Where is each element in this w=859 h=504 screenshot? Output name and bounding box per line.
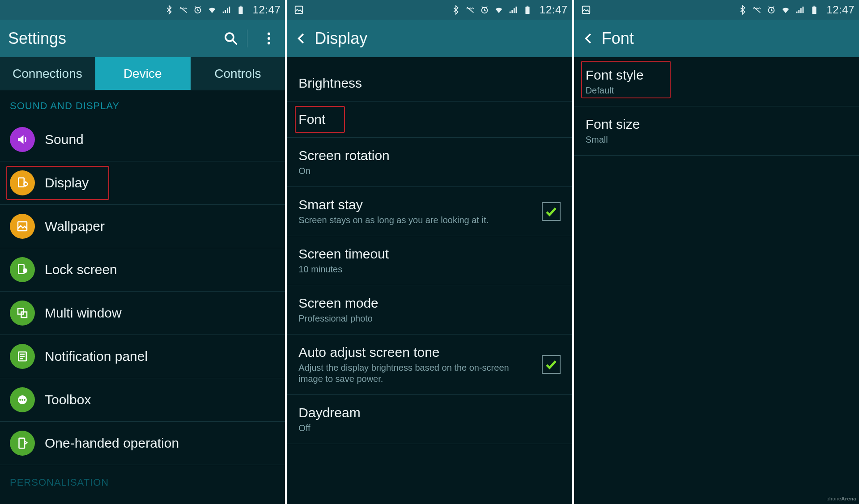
section-header: SOUND AND DISPLAY — [0, 90, 285, 118]
row-label: One-handed operation — [45, 435, 270, 451]
wifi-icon — [781, 5, 791, 15]
row-notification-panel[interactable]: Notification panel — [0, 335, 285, 378]
row-screen-timeout[interactable]: Screen timeout 10 minutes — [287, 236, 572, 285]
row-label: Wallpaper — [45, 218, 270, 234]
checkbox[interactable] — [542, 355, 561, 374]
svg-rect-12 — [18, 265, 24, 274]
watermark-text-a: phone — [826, 496, 841, 501]
status-icons — [738, 5, 819, 15]
tab-controls[interactable]: Controls — [191, 57, 285, 90]
svg-point-24 — [24, 399, 26, 401]
search-button[interactable] — [223, 30, 239, 47]
row-screen-mode[interactable]: Screen mode Professional photo — [287, 285, 572, 335]
wifi-icon — [494, 5, 504, 15]
row-brightness[interactable]: Brightness — [287, 65, 572, 102]
one-handed-icon — [10, 431, 35, 456]
row-label: Font — [298, 111, 555, 127]
font-list[interactable]: Font style Default Font size Small — [574, 57, 859, 504]
page-title: Font — [602, 29, 851, 48]
row-label: Notification panel — [45, 348, 270, 364]
back-button[interactable] — [295, 32, 308, 45]
watermark: phoneArena — [826, 496, 856, 501]
row-sub: Screen stays on as long as you are looki… — [298, 215, 526, 226]
status-bar: 12:47 — [287, 0, 572, 20]
app-bar: Display — [287, 20, 572, 57]
row-display[interactable]: Display — [0, 161, 285, 205]
settings-list[interactable]: SOUND AND DISPLAY Sound Display Wallpape… — [0, 90, 285, 504]
tabs: Connections Device Controls — [0, 57, 285, 90]
image-notification-icon — [581, 5, 591, 15]
status-time: 12:47 — [826, 4, 855, 16]
app-bar: Settings — [0, 20, 285, 57]
row-label: Sound — [45, 131, 270, 148]
overflow-menu-button[interactable] — [261, 30, 277, 47]
row-font-size[interactable]: Font size Small — [574, 106, 859, 156]
status-icons — [164, 5, 246, 15]
alarm-icon — [766, 5, 776, 15]
row-sub: Small — [586, 134, 842, 145]
bluetooth-icon — [738, 5, 748, 15]
signal-icon — [508, 5, 518, 15]
svg-rect-3 — [240, 6, 242, 7]
tab-device[interactable]: Device — [95, 57, 191, 90]
sound-icon — [10, 127, 35, 152]
row-smart-stay[interactable]: Smart stay Screen stays on as long as yo… — [287, 187, 572, 236]
row-label: Daydream — [298, 405, 555, 421]
row-font-style[interactable]: Font style Default — [574, 57, 859, 106]
row-daydream[interactable]: Daydream Off — [287, 395, 572, 444]
battery-icon — [809, 5, 819, 15]
svg-rect-14 — [24, 269, 26, 271]
app-bar: Font — [574, 20, 859, 57]
row-label: Brightness — [298, 75, 555, 91]
tab-label: Device — [123, 67, 162, 81]
checkbox[interactable] — [542, 202, 561, 221]
section-header: PERSONALISATION — [0, 465, 285, 495]
wallpaper-icon — [10, 214, 35, 239]
row-multi-window[interactable]: Multi window — [0, 292, 285, 335]
status-icons — [451, 5, 532, 15]
back-button[interactable] — [582, 32, 595, 45]
row-sub: On — [298, 165, 555, 177]
row-sub: 10 minutes — [298, 264, 555, 275]
row-wallpaper[interactable]: Wallpaper — [0, 205, 285, 248]
svg-rect-9 — [18, 178, 24, 187]
vibrate-icon — [752, 5, 762, 15]
row-sound[interactable]: Sound — [0, 118, 285, 161]
battery-icon — [523, 5, 532, 15]
row-lock-screen[interactable]: Lock screen — [0, 248, 285, 292]
toolbox-icon — [10, 387, 35, 412]
row-label: Screen timeout — [298, 246, 555, 262]
svg-rect-29 — [526, 7, 530, 14]
row-sub: Default — [586, 85, 842, 96]
multi-window-icon — [10, 301, 35, 326]
row-screen-rotation[interactable]: Screen rotation On — [287, 138, 572, 187]
row-label: Toolbox — [45, 392, 270, 408]
svg-rect-34 — [812, 7, 816, 14]
svg-point-10 — [24, 182, 28, 186]
row-label: Font size — [586, 116, 842, 132]
row-sub: Adjust the display brightness based on t… — [298, 362, 526, 385]
status-time: 12:47 — [253, 4, 281, 16]
screen-font: 12:47 Font Font style Default Font size … — [574, 0, 859, 504]
row-toolbox[interactable]: Toolbox — [0, 378, 285, 422]
signal-icon — [795, 5, 805, 15]
alarm-icon — [193, 5, 203, 15]
display-list[interactable]: Brightness Font Screen rotation On Smart… — [287, 57, 572, 504]
svg-point-22 — [19, 399, 21, 401]
row-font[interactable]: Font — [287, 102, 572, 138]
svg-rect-35 — [814, 6, 816, 7]
battery-icon — [236, 5, 246, 15]
divider — [247, 30, 247, 47]
tab-connections[interactable]: Connections — [0, 57, 95, 90]
tab-label: Controls — [214, 67, 261, 81]
status-time: 12:47 — [540, 4, 568, 16]
tab-label: Connections — [13, 67, 82, 81]
signal-icon — [221, 5, 231, 15]
row-one-handed[interactable]: One-handed operation — [0, 422, 285, 465]
row-sub: Professional photo — [298, 313, 555, 324]
row-label: Auto adjust screen tone — [298, 344, 526, 360]
row-auto-adjust[interactable]: Auto adjust screen tone Adjust the displ… — [287, 335, 572, 395]
vibrate-icon — [465, 5, 475, 15]
screen-settings: 12:47 Settings Connections Device Contro… — [0, 0, 287, 504]
vibrate-icon — [179, 5, 188, 15]
